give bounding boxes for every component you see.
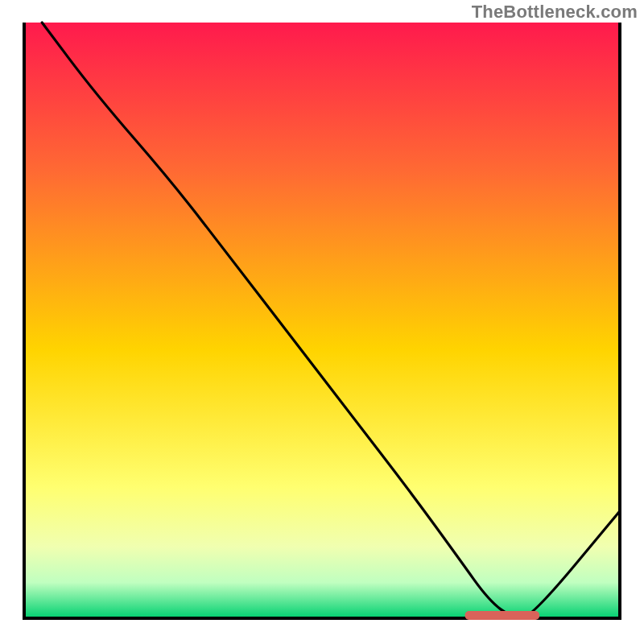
optimal-range-marker — [465, 611, 540, 620]
chart-container: TheBottleneck.com — [0, 0, 644, 644]
plot-background — [24, 23, 620, 618]
bottleneck-chart — [0, 0, 644, 644]
